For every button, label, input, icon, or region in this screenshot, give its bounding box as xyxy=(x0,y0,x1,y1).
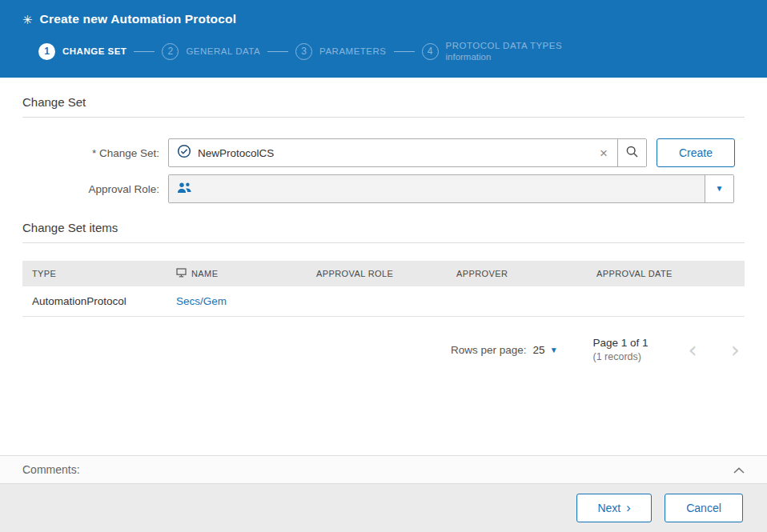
create-button[interactable]: Create xyxy=(657,138,735,167)
column-header-name: NAME xyxy=(167,268,307,279)
people-icon xyxy=(177,182,192,197)
create-button-label: Create xyxy=(679,146,713,159)
rows-per-page-label: Rows per page: xyxy=(451,344,527,356)
comments-label: Comments: xyxy=(22,463,80,476)
table-header-row: TYPE NAME APPROVAL ROLE APPROVER APPROVA… xyxy=(22,261,745,286)
change-set-items-table: TYPE NAME APPROVAL ROLE APPROVER APPROVA… xyxy=(22,261,745,317)
collapse-chevron-icon[interactable] xyxy=(733,463,745,476)
step-4-label: PROTOCOL DATA TYPES xyxy=(446,40,563,51)
rows-per-page: Rows per page: 25 ▼ xyxy=(451,344,558,356)
change-set-value: NewProtocolCS xyxy=(198,147,592,159)
next-page-button[interactable]: › xyxy=(728,339,743,362)
approval-role-dropdown-button[interactable]: ▼ xyxy=(705,175,733,202)
dialog-footer: Next › Cancel xyxy=(0,484,767,532)
next-button-label: Next xyxy=(597,502,620,514)
rows-per-page-select[interactable]: 25 ▼ xyxy=(533,344,558,356)
step-change-set[interactable]: 1 CHANGE SET xyxy=(38,43,126,60)
change-set-row: * Change Set: NewProtocolCS × xyxy=(22,138,745,167)
records-count-label: (1 records) xyxy=(593,350,649,364)
column-header-type: TYPE xyxy=(22,269,167,278)
page-info: Page 1 of 1 (1 records) xyxy=(593,336,649,364)
step-connector xyxy=(134,51,155,52)
step-parameters[interactable]: 3 PARAMETERS xyxy=(295,43,386,60)
change-set-form: * Change Set: NewProtocolCS × xyxy=(22,138,745,203)
search-icon xyxy=(625,145,639,162)
wizard-stepper: 1 CHANGE SET 2 GENERAL DATA 3 PARAMETERS… xyxy=(38,40,745,63)
column-header-approval-date: APPROVAL DATE xyxy=(587,269,745,278)
step-general-data[interactable]: 2 GENERAL DATA xyxy=(162,43,260,60)
change-set-label: * Change Set: xyxy=(22,147,168,159)
chevron-right-icon: › xyxy=(626,502,630,514)
step-protocol-data-types[interactable]: 4 PROTOCOL DATA TYPES information xyxy=(422,40,563,63)
page-count-label: Page 1 of 1 xyxy=(593,336,649,350)
rows-per-page-value: 25 xyxy=(533,344,545,356)
change-set-input-group: NewProtocolCS × xyxy=(168,138,647,167)
column-header-name-label: NAME xyxy=(191,269,218,278)
cancel-button-label: Cancel xyxy=(686,502,721,514)
check-circle-icon xyxy=(177,144,191,162)
change-set-items-section-title: Change Set items xyxy=(22,221,745,243)
previous-page-button[interactable]: ‹ xyxy=(685,339,701,362)
screen-icon xyxy=(176,268,187,279)
title-row: ✳ Create new Automation Protocol xyxy=(22,0,745,26)
change-set-input[interactable]: NewProtocolCS × xyxy=(169,139,617,166)
dialog-title: Create new Automation Protocol xyxy=(40,12,237,26)
approval-role-label: Approval Role: xyxy=(22,183,168,195)
cancel-button[interactable]: Cancel xyxy=(665,494,743,522)
dialog-header: ✳ Create new Automation Protocol 1 CHANG… xyxy=(0,0,767,78)
comments-bar[interactable]: Comments: xyxy=(0,455,767,484)
step-2-number: 2 xyxy=(162,43,179,60)
step-2-label: GENERAL DATA xyxy=(186,46,260,56)
next-button[interactable]: Next › xyxy=(576,494,652,522)
approval-role-row: Approval Role: xyxy=(22,174,745,203)
step-connector xyxy=(267,51,288,52)
approval-role-input-group: ▼ xyxy=(168,174,734,203)
search-button[interactable] xyxy=(617,139,646,166)
step-3-label: PARAMETERS xyxy=(319,46,386,56)
main-content: Change Set * Change Set: NewProtocolCS × xyxy=(0,78,767,455)
asterisk-icon: ✳ xyxy=(22,14,33,26)
step-1-number: 1 xyxy=(38,43,55,60)
cell-type: AutomationProtocol xyxy=(22,295,167,307)
clear-icon[interactable]: × xyxy=(598,146,609,160)
table-row[interactable]: AutomationProtocol Secs/Gem xyxy=(22,286,745,317)
change-set-section-title: Change Set xyxy=(22,95,745,118)
approval-role-input[interactable] xyxy=(169,175,705,202)
cell-name-link[interactable]: Secs/Gem xyxy=(176,295,227,307)
pagination: Rows per page: 25 ▼ Page 1 of 1 (1 recor… xyxy=(22,336,745,364)
chevron-down-icon: ▼ xyxy=(716,185,724,193)
step-1-label: CHANGE SET xyxy=(62,46,126,56)
step-connector xyxy=(394,51,415,52)
create-automation-protocol-dialog: ✳ Create new Automation Protocol 1 CHANG… xyxy=(0,0,767,532)
chevron-down-icon: ▼ xyxy=(550,346,558,354)
step-4-number: 4 xyxy=(422,43,439,60)
column-header-approval-role: APPROVAL ROLE xyxy=(307,269,447,278)
step-4-sublabel: information xyxy=(446,51,563,62)
column-header-approver: APPROVER xyxy=(447,269,587,278)
step-4-label-stack: PROTOCOL DATA TYPES information xyxy=(446,40,563,63)
step-3-number: 3 xyxy=(295,43,312,60)
